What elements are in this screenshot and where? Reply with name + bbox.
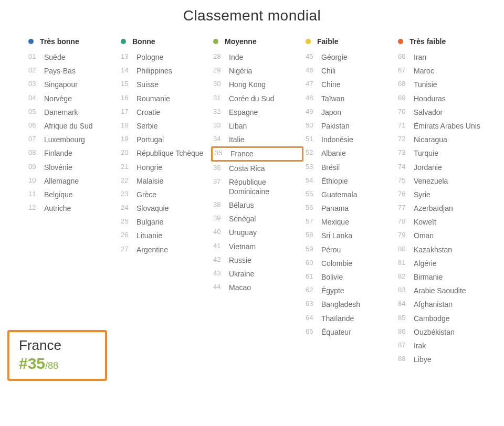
rank-number: 38 (213, 200, 226, 209)
ranking-row: 23Grèce (121, 188, 208, 201)
country-name: Pakistan (318, 121, 350, 131)
ranking-row: 06Afrique du Sud (28, 119, 116, 133)
country-name: Chine (318, 80, 341, 89)
ranking-row: 48Taïwan (306, 92, 393, 105)
ranking-row: 75Venezuela (398, 174, 485, 188)
country-name: Inde (226, 52, 243, 62)
ranking-row: 17Croatie (121, 105, 208, 119)
rank-number: 36 (213, 164, 226, 173)
category-dot-icon (306, 39, 311, 44)
ranking-row: 81Algérie (398, 257, 485, 270)
rank-number: 46 (306, 66, 318, 75)
rank-number: 81 (398, 259, 411, 268)
ranking-row: 15Suisse (121, 78, 208, 91)
category-header: Très bonne (28, 36, 116, 47)
ranking-row: 39Sénégal (213, 212, 300, 226)
ranking-row: 54Éthiopie (306, 174, 393, 188)
category-label: Très faible (410, 37, 446, 46)
country-name: Croatie (133, 108, 160, 117)
ranking-row: 08Finlande (28, 146, 116, 160)
ranking-row: 61Bolivie (306, 270, 393, 284)
ranking-row: 68Tunisie (398, 78, 485, 91)
ranking-row: 79Oman (398, 229, 485, 242)
rank-number: 39 (213, 214, 226, 223)
rank-number: 58 (306, 231, 318, 240)
ranking-row: 85Cambodge (398, 312, 485, 325)
country-name: Pologne (133, 52, 163, 62)
country-name: Hongrie (133, 163, 162, 172)
country-name: Uruguay (226, 228, 257, 237)
country-name: Danemark (41, 108, 78, 117)
ranking-row: 64Thaïlande (306, 312, 393, 325)
country-name: Autriche (41, 204, 71, 213)
country-name: Argentine (133, 245, 168, 254)
rank-number: 23 (121, 190, 133, 199)
rank-number: 60 (306, 259, 318, 268)
country-name: Bangladesh (318, 300, 360, 309)
rank-number: 19 (121, 135, 133, 144)
country-name: Taïwan (318, 94, 344, 103)
ranking-row: 22Malaisie (121, 174, 208, 188)
rank-number: 52 (306, 148, 318, 157)
rank-number: 64 (306, 314, 318, 323)
ranking-row: 74Jordanie (398, 161, 485, 174)
rank-number: 10 (28, 176, 41, 185)
rank-number: 86 (398, 327, 411, 336)
country-name: Birmanie (411, 272, 443, 282)
rank-number: 33 (213, 121, 226, 130)
rank-number: 04 (28, 94, 41, 103)
country-name: Oman (411, 231, 434, 240)
ranking-row: 03Singapour (28, 78, 116, 91)
ranking-row: 07Luxembourg (28, 133, 116, 146)
rank-number: 37 (213, 177, 226, 186)
ranking-column: Faible45Géorgie46Chili47Chine48Taïwan49J… (306, 36, 398, 366)
ranking-column: Bonne13Pologne14Philippines15Suisse16Rou… (121, 36, 213, 366)
country-name: Suède (41, 52, 65, 62)
ranking-row: 46Chili (306, 64, 393, 78)
country-name: Chili (318, 66, 335, 76)
ranking-row: 82Birmanie (398, 270, 485, 284)
country-name: Kazakhstan (411, 245, 452, 254)
rank-number: 70 (398, 108, 411, 116)
category-dot-icon (213, 39, 218, 44)
rank-number: 41 (213, 242, 226, 251)
country-name: Cambodge (411, 314, 450, 323)
country-name: République Tchèque (133, 148, 203, 158)
ranking-row: 87Irak (398, 339, 485, 353)
ranking-row: 62Égypte (306, 284, 393, 297)
ranking-row: 56Panama (306, 201, 393, 215)
ranking-row: 34Italie (213, 133, 300, 146)
country-name: Bolivie (318, 272, 343, 282)
ranking-row: 83Arabie Saoudite (398, 284, 485, 297)
country-name: Nicaragua (411, 135, 447, 144)
ranking-row: 24Slovaquie (121, 201, 208, 215)
ranking-row: 71Émirats Arabes Unis (398, 119, 485, 133)
page-title: Classement mondial (0, 0, 504, 36)
country-name: Costa Rica (226, 164, 265, 173)
callout-rank-prefix: # (19, 355, 28, 372)
country-name: Norvège (41, 94, 72, 103)
rank-number: 55 (306, 190, 318, 199)
country-name: Sénégal (226, 214, 256, 223)
country-name: Roumanie (133, 94, 170, 103)
rank-number: 11 (28, 190, 41, 199)
rank-number: 06 (28, 121, 41, 130)
ranking-row: 26Lituanie (121, 229, 208, 242)
country-name: Philippines (133, 66, 172, 76)
country-name: Serbie (133, 121, 158, 131)
country-name: Ouzbékistan (411, 327, 455, 337)
country-name: Libye (411, 355, 431, 364)
rank-number: 77 (398, 204, 411, 212)
rank-number: 59 (306, 245, 318, 254)
country-name: Guatemala (318, 190, 357, 199)
ranking-row: 44Macao (213, 281, 300, 294)
rank-number: 42 (213, 255, 226, 264)
ranking-row: 19Portugal (121, 133, 208, 146)
country-name: Albanie (318, 148, 346, 158)
country-name: Macao (226, 283, 251, 292)
rank-number: 27 (121, 245, 133, 254)
ranking-row: 58Sri Lanka (306, 229, 393, 242)
rank-number: 82 (398, 272, 411, 281)
ranking-row: 28Inde (213, 50, 300, 64)
country-name: Japon (318, 108, 341, 117)
